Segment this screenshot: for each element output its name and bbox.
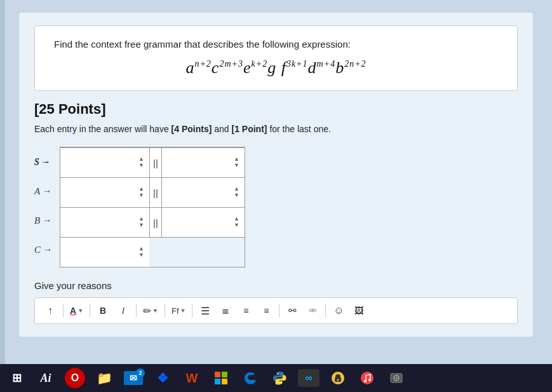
spin-b-left[interactable]: ▲▼ <box>138 216 144 229</box>
cell-s-right[interactable]: ▲▼ <box>162 148 245 177</box>
divider-row-s: || <box>149 148 162 177</box>
vpn-icon <box>330 370 346 386</box>
windows-icon <box>214 371 228 385</box>
toolbar-divider-2 <box>90 304 90 318</box>
spin-c-left[interactable]: ▲▼ <box>138 246 144 259</box>
taskbar-start[interactable]: ⊞ <box>3 366 30 390</box>
svg-point-14 <box>396 377 398 379</box>
main-content: Find the context free grammar that descr… <box>19 13 533 337</box>
taskbar-opera[interactable]: O <box>61 366 89 390</box>
opera-icon: O <box>65 368 85 388</box>
taskbar-capture[interactable] <box>382 366 410 390</box>
question-box: Find the context free grammar that descr… <box>34 25 518 91</box>
points-heading: [25 Points] <box>34 101 518 118</box>
svg-point-11 <box>368 379 371 381</box>
label-col-s: S→ <box>34 147 60 177</box>
svg-point-8 <box>337 379 339 381</box>
editor-toolbar: ↑ A ▼ B I ✏ ▼ Ff ▼ ☰ ≣ ≡ ≡ ⚯ ⚮ ☺ 🖼 <box>34 297 518 324</box>
color-picker-dropdown[interactable]: ✏ ▼ <box>140 304 161 318</box>
svg-rect-2 <box>215 379 220 384</box>
dropbox-icon: ❖ <box>157 370 168 386</box>
toolbar-divider-1 <box>63 304 64 318</box>
toolbar-divider-7 <box>325 304 326 318</box>
grammar-row-s: ▲▼ || ▲▼ <box>60 148 245 178</box>
grammar-label-c: C→ <box>34 245 60 255</box>
python-icon <box>272 370 287 386</box>
divider-row-b: || <box>149 208 162 237</box>
divider-row-a: || <box>149 178 162 207</box>
grammar-row-b: ▲▼ || ▲▼ <box>60 208 245 238</box>
emoji-button[interactable]: ☺ <box>330 302 347 320</box>
cell-b-left[interactable]: ▲▼ <box>60 208 149 237</box>
toolbar-divider-6 <box>279 304 279 318</box>
edge-icon <box>243 370 258 386</box>
italic-button[interactable]: I <box>114 302 132 320</box>
grammar-label-a: A→ <box>34 186 60 197</box>
svg-point-10 <box>364 380 367 382</box>
font-family-dropdown[interactable]: Ff ▼ <box>169 305 188 317</box>
capture-icon <box>389 370 404 386</box>
cell-a-right[interactable]: ▲▼ <box>162 178 245 207</box>
taskbar-office[interactable]: W <box>178 366 206 390</box>
spin-s-left[interactable]: ▲▼ <box>138 156 144 169</box>
cell-s-left[interactable]: ▲▼ <box>60 148 149 177</box>
taskbar-windows[interactable] <box>207 366 235 390</box>
taskbar: ⊞ Ai O 📁 ✉ 2 ❖ W <box>0 364 552 392</box>
spin-b-right[interactable]: ▲▼ <box>234 216 239 229</box>
taskbar-music[interactable] <box>353 366 381 390</box>
grammar-label-b: B→ <box>34 215 60 226</box>
grammar-label-s2: S→ <box>34 157 60 168</box>
cell-b-right[interactable]: ▲▼ <box>162 208 245 237</box>
entry-info: Each entry in the answer will have [4 Po… <box>34 124 518 134</box>
taskbar-ai[interactable]: Ai <box>32 366 60 390</box>
svg-point-4 <box>278 374 279 375</box>
toolbar-divider-5 <box>192 304 192 318</box>
cell-c-left[interactable]: ▲▼ <box>60 238 149 267</box>
unlink-button[interactable]: ⚮ <box>304 302 321 320</box>
ai-text: Ai <box>40 372 51 385</box>
svg-rect-0 <box>215 372 220 377</box>
align-left-button[interactable]: ≡ <box>257 302 275 320</box>
font-color-dropdown[interactable]: A ▼ <box>67 304 86 317</box>
taskbar-python[interactable] <box>266 366 293 390</box>
svg-rect-1 <box>222 372 227 377</box>
grammar-row-c: ▲▼ <box>60 238 245 267</box>
label-col-c: C→ <box>34 235 60 264</box>
taskbar-edge[interactable] <box>236 366 264 390</box>
spin-s-right[interactable]: ▲▼ <box>234 156 239 169</box>
svg-rect-3 <box>222 379 227 384</box>
link-button[interactable]: ⚯ <box>283 302 301 320</box>
question-text: Find the context free grammar that descr… <box>54 39 498 50</box>
taskbar-folder[interactable]: 📁 <box>90 366 118 390</box>
label-col-b: B→ <box>34 206 60 235</box>
math-expression: an+2c2m+3ek+2g f3k+1dm+4b2n+2 <box>54 58 498 78</box>
folder-icon: 📁 <box>97 370 112 386</box>
grammar-section: S→ ▲ ▼ || ▲ <box>34 147 518 267</box>
spin-a-left[interactable]: ▲▼ <box>138 186 144 199</box>
svg-point-5 <box>281 382 282 383</box>
music-icon <box>360 370 375 386</box>
reasons-label: Give your reasons <box>34 280 518 291</box>
svg-point-9 <box>361 372 374 384</box>
align-center-button[interactable]: ≡ <box>237 302 255 320</box>
mail-badge: 2 <box>136 368 145 377</box>
spin-a-right[interactable]: ▲▼ <box>234 186 239 199</box>
list-ordered-button[interactable]: ≣ <box>217 302 234 320</box>
taskbar-mail[interactable]: ✉ 2 <box>119 366 147 390</box>
undo-button[interactable]: ↑ <box>41 302 59 320</box>
toolbar-divider-3 <box>136 304 137 318</box>
list-unordered-button[interactable]: ☰ <box>196 302 214 320</box>
image-button[interactable]: 🖼 <box>350 302 368 320</box>
taskbar-infinity[interactable]: ∞ <box>295 366 323 390</box>
office-icon: W <box>186 371 198 386</box>
taskbar-vpn[interactable] <box>324 366 352 390</box>
infinity-icon: ∞ <box>298 369 320 387</box>
left-edge <box>0 0 5 364</box>
taskbar-dropbox[interactable]: ❖ <box>149 366 177 390</box>
toolbar-divider-4 <box>165 304 165 318</box>
cell-a-left[interactable]: ▲▼ <box>60 178 149 207</box>
label-col-a: A→ <box>34 177 60 206</box>
grammar-row-a: ▲▼ || ▲▼ <box>60 178 245 208</box>
bold-button[interactable]: B <box>94 302 112 320</box>
